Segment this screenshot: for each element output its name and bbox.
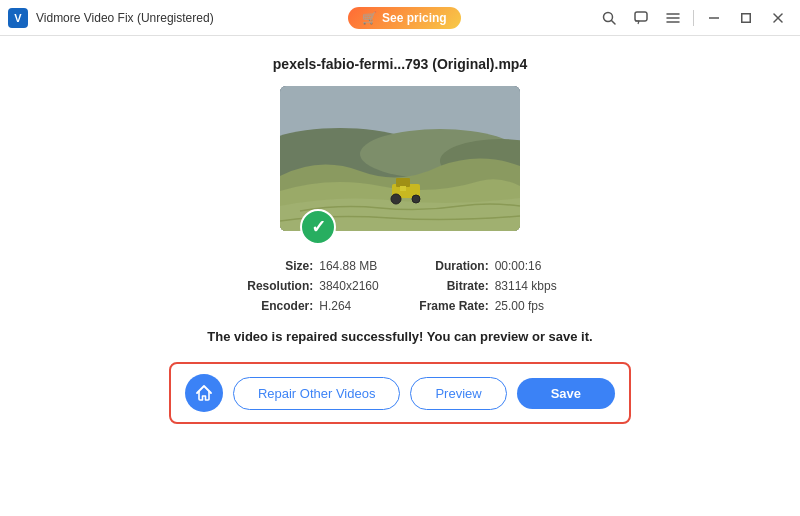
- meta-resolution-label: Resolution:: [243, 279, 313, 293]
- meta-size: Size: 164.88 MB: [243, 259, 378, 273]
- svg-line-1: [611, 20, 615, 24]
- meta-resolution: Resolution: 3840x2160: [243, 279, 378, 293]
- meta-bitrate: Bitrate: 83114 kbps: [419, 279, 557, 293]
- title-bar-left: V Vidmore Video Fix (Unregistered): [8, 8, 214, 28]
- minimize-button[interactable]: [700, 4, 728, 32]
- meta-bitrate-value: 83114 kbps: [495, 279, 557, 293]
- preview-button[interactable]: Preview: [410, 377, 506, 410]
- meta-duration-value: 00:00:16: [495, 259, 542, 273]
- search-icon[interactable]: [595, 4, 623, 32]
- action-row: Repair Other Videos Preview Save: [169, 362, 631, 424]
- metadata-grid: Size: 164.88 MB Duration: 00:00:16 Resol…: [243, 259, 556, 313]
- meta-bitrate-label: Bitrate:: [419, 279, 489, 293]
- meta-resolution-value: 3840x2160: [319, 279, 378, 293]
- pricing-label: See pricing: [382, 11, 447, 25]
- meta-size-label: Size:: [243, 259, 313, 273]
- title-bar: V Vidmore Video Fix (Unregistered) 🛒 See…: [0, 0, 800, 36]
- maximize-button[interactable]: [732, 4, 760, 32]
- svg-point-17: [391, 194, 401, 204]
- svg-point-18: [412, 195, 420, 203]
- meta-encoder: Encoder: H.264: [243, 299, 378, 313]
- meta-duration-label: Duration:: [419, 259, 489, 273]
- see-pricing-button[interactable]: 🛒 See pricing: [348, 7, 461, 29]
- meta-encoder-label: Encoder:: [243, 299, 313, 313]
- success-badge: ✓: [300, 209, 336, 245]
- close-button[interactable]: [764, 4, 792, 32]
- meta-duration: Duration: 00:00:16: [419, 259, 557, 273]
- success-message: The video is repaired successfully! You …: [207, 329, 592, 344]
- svg-rect-19: [400, 186, 406, 191]
- svg-rect-7: [742, 13, 751, 22]
- meta-framerate: Frame Rate: 25.00 fps: [419, 299, 557, 313]
- app-title: Vidmore Video Fix (Unregistered): [36, 11, 214, 25]
- meta-framerate-label: Frame Rate:: [419, 299, 489, 313]
- main-content: pexels-fabio-fermi...793 (Original).mp4: [0, 36, 800, 516]
- thumbnail-wrapper: ✓: [280, 86, 520, 231]
- comment-icon[interactable]: [627, 4, 655, 32]
- title-bar-controls: [595, 4, 792, 32]
- video-title: pexels-fabio-fermi...793 (Original).mp4: [273, 56, 527, 72]
- home-button[interactable]: [185, 374, 223, 412]
- svg-rect-16: [396, 178, 410, 187]
- svg-rect-2: [635, 12, 647, 21]
- app-icon: V: [8, 8, 28, 28]
- repair-other-button[interactable]: Repair Other Videos: [233, 377, 401, 410]
- meta-size-value: 164.88 MB: [319, 259, 377, 273]
- cart-icon: 🛒: [362, 11, 377, 25]
- menu-icon[interactable]: [659, 4, 687, 32]
- meta-framerate-value: 25.00 fps: [495, 299, 544, 313]
- save-button[interactable]: Save: [517, 378, 615, 409]
- meta-encoder-value: H.264: [319, 299, 351, 313]
